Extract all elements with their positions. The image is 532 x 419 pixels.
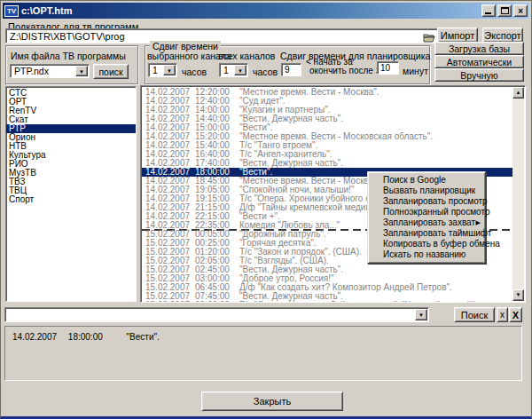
close-search-button[interactable]: X	[509, 307, 522, 322]
file-name-label: Имя файла ТВ программы	[11, 51, 126, 61]
all-channels-shift-value: 1	[223, 65, 229, 75]
program-row[interactable]: 14.02.200712:40:00"Суд идет".	[142, 97, 513, 106]
channel-item[interactable]: Спорт	[6, 195, 136, 204]
close-dialog-button[interactable]: Закрыть	[201, 391, 343, 411]
vertical-scrollbar[interactable]: ▲ ▼	[512, 87, 524, 301]
minutes-label: минут	[403, 66, 428, 76]
program-row[interactable]: 15.02.200707:45:00"Вести. Дежурная часть…	[142, 292, 513, 301]
search-combo[interactable]: ▼	[4, 307, 429, 322]
hours-label-1: часов	[182, 67, 207, 77]
chevron-down-icon[interactable]: ▼	[163, 65, 176, 75]
end-after-label: окончить после >	[309, 66, 381, 75]
maximize-button[interactable]	[497, 4, 512, 17]
channel-list[interactable]: СТСОРТRenTVСкатРТРОрионНТВКультураРИОМуз…	[5, 86, 137, 302]
file-name-panel: Имя файла ТВ программы PTP.ndx ▼ поиск	[5, 45, 138, 84]
program-row[interactable]: 14.02.200714:00:00"Кулагин и партнеры".	[142, 106, 513, 115]
search-button[interactable]: Поиск	[454, 307, 495, 322]
status-date: 14.02.2007	[12, 332, 57, 342]
export-button[interactable]: Экспорт	[482, 28, 523, 43]
scroll-up-icon: ▲	[516, 90, 521, 95]
selected-channel-shift-combo[interactable]: 1 ▼	[148, 63, 177, 77]
scroll-up-button[interactable]: ▲	[512, 87, 524, 99]
application-window: TV c:\OPT.htm × Подкаталог для тв програ…	[0, 0, 532, 419]
program-row[interactable]: 14.02.200715:40:00Т/с "Танго втроем".	[142, 141, 513, 150]
status-time: 18:00:00	[68, 332, 103, 342]
minimize-icon	[485, 12, 491, 14]
file-search-button[interactable]: поиск	[93, 64, 129, 79]
program-row[interactable]: 14.02.200714:40:00"Вести. Дежурная часть…	[142, 115, 513, 123]
scroll-down-icon: ▼	[516, 292, 521, 297]
chevron-down-icon[interactable]: ▼	[415, 309, 427, 320]
status-program: "Вести".	[127, 332, 160, 342]
program-row[interactable]: 14.02.200716:40:00Т/с "Ангел-хранитель".	[142, 150, 513, 159]
context-menu-item[interactable]: Копировать в буфер обмена	[368, 239, 485, 249]
context-menu-item[interactable]: Поиск в Google	[368, 175, 485, 186]
clear-search-button[interactable]: x	[497, 307, 508, 322]
chevron-down-icon[interactable]: ▼	[234, 65, 246, 75]
app-tv-icon: TV	[4, 5, 19, 17]
chevron-down-icon[interactable]: ▼	[75, 66, 88, 76]
close-icon: ×	[514, 5, 527, 17]
program-row[interactable]: 15.02.200708:00:00Т/с "Опера. Хроники уб…	[142, 301, 513, 303]
end-after-input[interactable]	[377, 61, 399, 75]
all-channels-label: всех каналов	[218, 51, 275, 61]
channel-item[interactable]: МузТВ	[6, 169, 136, 178]
program-row[interactable]: 14.02.200717:40:00"Вести. Дежурная часть…	[142, 159, 513, 168]
context-menu-item[interactable]: Запланировать таймшифт	[368, 228, 485, 239]
hours-label-2: часов	[253, 67, 278, 77]
program-row[interactable]: 15.02.200702:45:00"Вести. Дежурная часть…	[142, 265, 513, 274]
import-button[interactable]: Импорт	[437, 28, 478, 43]
context-menu-item[interactable]: Искать по названию	[368, 249, 485, 260]
scheduler-shift-label: Сдвиг времени для планировщика	[280, 51, 430, 61]
context-menu: Поиск в GoogleВызвать планировщикЗаплани…	[367, 171, 486, 264]
status-panel: 14.02.2007 18:00:00 "Вести".	[4, 326, 522, 381]
start-before-input[interactable]	[281, 63, 301, 76]
time-shift-group: Сдвиг времени выбранного канала 1 ▼ часо…	[145, 45, 430, 84]
close-window-button[interactable]: ×	[513, 4, 528, 17]
program-row[interactable]: 14.02.200712:20:00"Местное время. Вести …	[142, 88, 513, 97]
path-field-wrap	[5, 28, 439, 43]
program-row[interactable]: 14.02.200715:20:00"Местное время. Вести …	[142, 132, 513, 141]
open-folder-icon[interactable]	[423, 31, 435, 42]
program-row[interactable]: 15.02.200703:00:00"Доброе утро, Россия!"	[142, 274, 513, 283]
search-input[interactable]	[6, 309, 412, 320]
titlebar[interactable]: TV c:\OPT.htm ×	[3, 3, 529, 19]
program-row[interactable]: 15.02.200706:45:00Д/ф "Как создать хит? …	[142, 283, 513, 292]
file-name-combo[interactable]: PTP.ndx ▼	[10, 64, 90, 78]
context-menu-item[interactable]: Вызвать планировщик	[368, 186, 485, 196]
maximize-icon	[501, 7, 509, 14]
window-title: c:\OPT.htm	[21, 5, 480, 16]
all-channels-shift-combo[interactable]: 1 ▼	[219, 63, 248, 77]
context-menu-item[interactable]: Запланировать захват▶	[368, 217, 485, 228]
automatic-button[interactable]: Автоматически	[434, 55, 524, 68]
load-db-button[interactable]: Загрузка базы	[434, 42, 524, 55]
minimize-button[interactable]	[481, 4, 496, 17]
manual-button[interactable]: Вручную	[434, 68, 524, 82]
window-controls: ×	[480, 4, 528, 17]
file-name-value: PTP.ndx	[14, 66, 49, 76]
submenu-arrow-icon: ▶	[476, 217, 481, 228]
program-row[interactable]: 14.02.200715:00:00"Вести".	[142, 123, 513, 132]
context-menu-item[interactable]: Запланировать просмотр	[368, 196, 485, 207]
scroll-down-button[interactable]: ▼	[512, 289, 524, 301]
selected-channel-shift-value: 1	[153, 65, 158, 75]
status-text: 14.02.2007 18:00:00 "Вести".	[12, 332, 160, 342]
context-menu-item[interactable]: Полноэкранный просмотр	[368, 207, 485, 217]
